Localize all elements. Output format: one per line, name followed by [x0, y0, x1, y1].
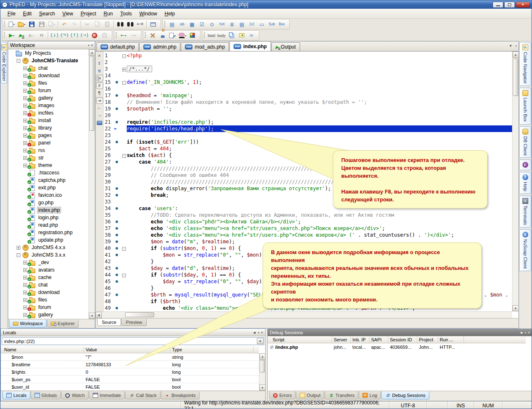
tree-item-index-php[interactable]: ✓index.php — [8, 206, 89, 214]
settings-button[interactable] — [148, 31, 158, 40]
tab-code-explorer[interactable]: Code Explorer — [1, 42, 7, 83]
tab-source[interactable]: Source — [97, 319, 121, 326]
tree-item-forum[interactable]: +✓forum — [8, 87, 89, 94]
collapse-icon[interactable]: - — [17, 59, 20, 63]
split-editor-icon[interactable]: ⇕ — [96, 60, 103, 66]
preview-monitor-icon[interactable] — [96, 120, 103, 126]
scrollbar-thumb[interactable] — [89, 56, 94, 131]
tree-item-favicon-ico[interactable]: ✓favicon.ico — [8, 191, 89, 199]
expand-icon[interactable]: + — [23, 313, 27, 317]
scroll-up-icon[interactable]: ▲ — [512, 51, 519, 58]
tree-item-files[interactable]: +✓files — [8, 296, 89, 304]
session-row-index-php[interactable]: ⚙/index.phpjohn...local...apac...4036659… — [268, 343, 532, 351]
editor-horizontal-scrollbar[interactable]: ◀ — [96, 311, 512, 318]
code-line-40[interactable]: 40- if (substr($mon, 0, 1) == 0) { — [103, 245, 512, 252]
tree-item-dev[interactable]: +✓_dev — [8, 259, 89, 266]
code-line-21[interactable]: 21require('incfiles/core.php'); — [103, 119, 512, 125]
expand-icon[interactable]: + — [23, 261, 27, 265]
tree-item-pages[interactable]: +✓pages — [8, 132, 89, 139]
expand-icon[interactable]: + — [23, 66, 27, 70]
fold-collapse-icon[interactable]: - — [122, 154, 126, 158]
code-line-44[interactable]: 44- if (substr($day, 0, 1) == 0) { — [103, 272, 512, 278]
tab-terminals[interactable]: Terminals — [519, 196, 531, 228]
menu-run[interactable]: Run — [100, 10, 116, 18]
tree-item-chat[interactable]: +✓chat — [8, 64, 89, 72]
scroll-down-icon[interactable]: ▼ — [512, 305, 519, 311]
radio-button[interactable]: ⊙ — [207, 20, 217, 29]
minimize-button[interactable] — [493, 2, 503, 8]
stop-button[interactable] — [89, 31, 99, 40]
context-dropdown[interactable]: index.php::(22) ▼ — [2, 337, 264, 345]
variable-row-realtime[interactable]: $realtime1278498133long — [1, 361, 259, 368]
publish-button[interactable]: ▾ — [167, 31, 177, 40]
tree-item-chat[interactable]: +✓chat — [8, 281, 89, 289]
code-line-41[interactable]: 41 $mon = str_replace("0", "", $mon); — [103, 252, 512, 258]
tree-item-images[interactable]: +✓images — [8, 102, 89, 109]
scroll-down-icon[interactable]: ▼ — [89, 313, 95, 319]
copy-html-button[interactable] — [227, 31, 236, 40]
tab-call-stack[interactable]: Call Stack — [125, 392, 160, 399]
expand-icon[interactable]: + — [23, 119, 27, 122]
column-header-server[interactable]: Server — [332, 336, 351, 343]
save-button[interactable] — [27, 20, 37, 29]
tree-item-go-php[interactable]: ✓go.php — [8, 199, 89, 206]
code-line-3[interactable]: 3+/*...*/ — [103, 66, 512, 72]
form-designer-button[interactable]: ▤ — [167, 20, 177, 29]
scroll-up-icon[interactable]: ▲ — [259, 353, 266, 360]
variable-row-user-id[interactable]: $user_idFALSEbool — [1, 383, 259, 391]
column-header-session-id[interactable]: Session ID — [388, 336, 417, 343]
tree-item-install[interactable]: +✓install — [8, 117, 89, 124]
code-editor[interactable]: 1-<?php23+/*...*/1415-define('_IN_JOHNCM… — [103, 51, 512, 311]
code-line-16[interactable]: 16 — [103, 86, 512, 92]
tree-item-panel[interactable]: +!panel — [8, 139, 89, 147]
new-file-button[interactable]: ▾ — [7, 20, 17, 29]
tab-explorer[interactable]: Explorer — [47, 320, 79, 328]
listbox-button[interactable]: ≣ — [227, 20, 237, 29]
hidden-field-button[interactable]: hid — [217, 20, 227, 29]
menu-view[interactable]: View — [59, 10, 77, 18]
tab-debug-sessions[interactable]: Debug Sessions — [381, 392, 429, 399]
scrollbar-thumb[interactable] — [513, 59, 518, 96]
code-line-43[interactable]: 43 $day = date("d", $realtime); — [103, 265, 512, 272]
checkbox-button[interactable]: ☑ — [197, 20, 207, 29]
code-line-27[interactable]: 27 case '404': — [103, 159, 512, 165]
close-panel-icon[interactable]: × — [91, 43, 93, 47]
editor-vertical-scrollbar[interactable]: ▲ ▼ — [512, 51, 519, 311]
submit-button[interactable]: Sub — [267, 20, 277, 29]
expand-icon[interactable]: + — [23, 291, 27, 294]
code-line-49[interactable]: 49 echo '<div class="menu"><a href="str/… — [103, 305, 512, 311]
bookmarks-icon[interactable]: ≣ — [96, 67, 103, 74]
pin-icon[interactable]: ▪ — [258, 331, 259, 335]
code-line-34[interactable]: 34 case 'users': — [103, 205, 512, 212]
tree-item-cache[interactable]: +✓cache — [8, 274, 89, 281]
tree-item-forum[interactable]: +!forum — [8, 304, 89, 311]
code-line-47[interactable]: 47 $brth = mysql_result(mysql_query("SEL… — [103, 291, 512, 298]
scroll-down-icon[interactable]: ▼ — [259, 385, 266, 391]
insert-link-button[interactable]: ∞ — [246, 31, 256, 40]
prev-icon[interactable]: ◄ — [520, 331, 523, 335]
undo-button[interactable]: ↶ — [59, 20, 69, 29]
expand-icon[interactable]: + — [23, 81, 27, 85]
tree-item-johncms-translate[interactable]: -JohnCMS-Translate — [8, 57, 89, 64]
editor-tab-mod-ads-php[interactable]: PHPmod_ads.php — [181, 42, 229, 51]
tab-workspace[interactable]: Workspace — [9, 320, 47, 328]
column-header-type[interactable]: Type — [170, 346, 254, 353]
tree-item-avatars[interactable]: +✓avatars — [8, 266, 89, 274]
tree-item-download[interactable]: +✓download — [8, 289, 89, 296]
tab-nusoap-client[interactable]: NuSoap Client — [519, 229, 531, 271]
tree-item-login-php[interactable]: ✓login.php — [8, 214, 89, 221]
expand-icon[interactable]: + — [23, 141, 27, 145]
code-line-23[interactable]: 23 — [103, 132, 512, 139]
line-numbers-icon[interactable]: # — [96, 82, 103, 89]
expand-icon[interactable]: + — [23, 149, 27, 152]
scroll-up-icon[interactable]: ▲ — [89, 49, 95, 56]
column-header-script[interactable]: Script — [268, 336, 332, 343]
insert-image-button[interactable] — [236, 31, 246, 40]
close-panel-icon[interactable]: × — [261, 331, 263, 335]
tree-item-gallery[interactable]: +✓gallery — [8, 311, 89, 318]
code-line-38[interactable]: 38 echo '<div class="menu"><a href="str/… — [103, 232, 512, 238]
expand-icon[interactable]: + — [23, 156, 27, 160]
expand-icon[interactable]: + — [23, 276, 27, 279]
code-line-36[interactable]: 36 echo '<div class="phdr"><b>Актив Сайт… — [103, 218, 512, 225]
close-button[interactable]: × — [516, 2, 530, 8]
